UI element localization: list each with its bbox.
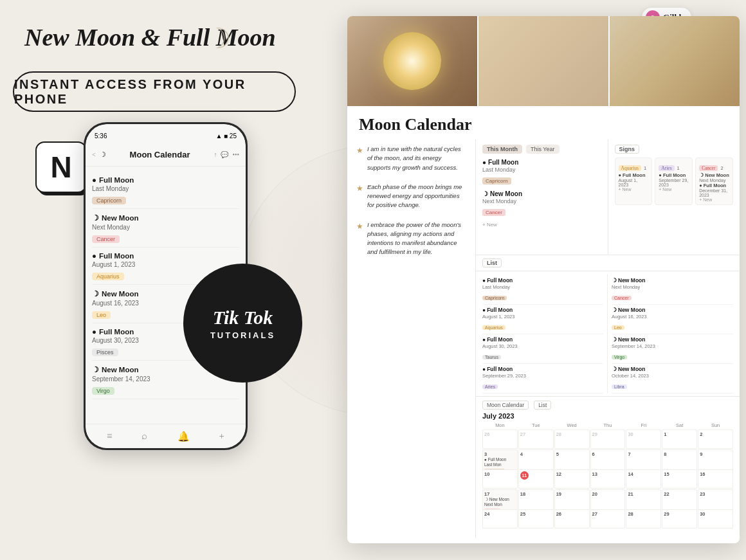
sign-new: + New: [699, 197, 729, 202]
cal-moon-calendar-tab[interactable]: Moon Calendar: [482, 401, 529, 410]
item-date: August 1, 2023: [482, 314, 603, 320]
cal-cell: 30: [626, 429, 661, 449]
section-tabs: This Month This Year: [482, 145, 601, 154]
phone-moon-icon: ☽: [100, 150, 106, 159]
item-date: September 29, 2023: [482, 373, 603, 379]
full-moon-icon: ●: [92, 328, 96, 336]
affirmation-text-2: Each phase of the moon brings me renewed…: [367, 183, 466, 210]
item-title: ☽ New Moon: [612, 336, 733, 343]
full-moon-icon: ●: [92, 176, 96, 184]
cal-row: 24 25 26 27 28 29 30: [482, 509, 733, 528]
cal-row: 26 27 28 29 30 1 2: [482, 429, 733, 449]
affirmations-column: ★ I am in tune with the natural cycles o…: [347, 140, 476, 538]
sign-moon-type: ● Full Moon: [659, 172, 689, 178]
cal-list-tab[interactable]: List: [534, 401, 551, 410]
calendar-content: ★ I am in tune with the natural cycles o…: [347, 140, 740, 538]
list-item: ☽ New Moon August 16, 2023 Leo: [612, 305, 733, 334]
moon-entry-date: Next Monday: [482, 198, 601, 204]
cal-cell: 24: [482, 509, 518, 528]
tiktok-circle: Tik Tok TUTORIALS: [183, 264, 302, 383]
item-title: ● Full Moon: [482, 277, 603, 284]
item-date: August 16, 2023: [612, 314, 733, 320]
sign-card-aquarius: Aquarius 1 ● Full Moon August 1, 2023 + …: [615, 158, 653, 205]
this-month-tab[interactable]: This Month: [482, 145, 522, 154]
new-label: + New: [482, 222, 601, 228]
access-badge: INSTANT ACCESS FROM YOUR PHONE: [13, 71, 296, 112]
full-moon-icon: ●: [92, 252, 96, 260]
cal-row: 17 ☽ New MoonNext Mon Cancer 18 19 20 21…: [482, 489, 733, 509]
add-icon[interactable]: +: [219, 431, 224, 442]
sign-badge: Cancer: [699, 165, 718, 171]
item-date: September 14, 2023: [612, 343, 733, 349]
item-title: ● Full Moon: [482, 336, 603, 343]
item-tag: Taurus: [482, 355, 501, 359]
cal-day-headers: Mon Tue Wed Thu Fri Sat Sun: [482, 422, 733, 428]
moon-entry-new: ☽ New Moon Next Monday Cancer: [482, 190, 601, 217]
day-header-fri: Fri: [626, 422, 661, 428]
day-header-sat: Sat: [662, 422, 697, 428]
cal-event-text: ● Full MoonLast Mon: [484, 457, 516, 467]
cal-cell: 27: [590, 509, 626, 528]
full-moon-icon: ●: [482, 307, 486, 313]
access-badge-text: INSTANT ACCESS FROM YOUR PHONE: [14, 77, 295, 107]
list-label: List: [482, 258, 502, 267]
cal-cell: 26: [554, 509, 590, 528]
phone-more-icon[interactable]: •••: [232, 151, 239, 158]
cal-cell: 29: [662, 509, 697, 528]
cal-cell: 11: [518, 469, 554, 489]
new-moon-icon: ☽: [482, 190, 488, 197]
star-icon: ★: [356, 146, 363, 172]
phone-status-bar: 5:36 ▲ ■ 25: [86, 124, 246, 143]
item-date: Last Monday: [92, 185, 239, 192]
list-item: ● Full Moon Last Monday Capricorn: [482, 275, 603, 305]
moon-entry-title: ☽ New Moon: [482, 190, 601, 197]
new-moon-icon: ☽: [612, 307, 617, 313]
sign-moon-type: ☽ New Moon: [699, 172, 729, 178]
sign-moon-type2: ● Full Moon: [699, 183, 729, 188]
list-item: ☽ New Moon September 14, 2023 Virgo: [612, 334, 733, 364]
affirmation-text-3: I embrace the power of the moon's phases…: [367, 221, 466, 257]
bell-icon[interactable]: 🔔: [177, 431, 190, 442]
list-column-2: ☽ New Moon Next Monday Cancer ☽ New Moon…: [608, 274, 737, 393]
phone-share-icon[interactable]: ↑: [214, 151, 217, 158]
item-title: ● Full Moon: [92, 176, 239, 184]
affirmation-3: ★ I embrace the power of the moon's phas…: [356, 221, 466, 257]
new-moon-icon: ☽: [92, 213, 99, 222]
phone-signal: ▲ ■ 25: [215, 132, 237, 140]
header-image-1: [347, 16, 477, 106]
calendar-grid-section: Moon Calendar List July 2023 Mon Tue Wed…: [476, 397, 740, 532]
item-tag: Virgo: [92, 387, 114, 395]
item-date: August 1, 2023: [92, 261, 239, 268]
signs-grid: Aquarius 1 ● Full Moon August 1, 2023 + …: [615, 158, 734, 205]
full-moon-icon: ●: [482, 277, 486, 284]
sign-moon-type: ● Full Moon: [619, 172, 649, 178]
affirmation-1: ★ I am in tune with the natural cycles o…: [356, 145, 466, 172]
list-item: ☽ New Moon Next Monday Cancer: [92, 209, 239, 248]
affirmation-2: ★ Each phase of the moon brings me renew…: [356, 183, 466, 210]
item-tag: Capricorn: [482, 296, 507, 300]
phone-back-icon[interactable]: <: [92, 151, 96, 158]
moon-decoration-icon: ☽: [206, 22, 231, 55]
cal-cell: 28: [554, 429, 590, 449]
phone-chat-icon[interactable]: 💬: [221, 151, 228, 158]
item-title: ☽ New Moon: [612, 277, 733, 284]
list-item: ☽ New Moon Next Monday Cancer: [612, 275, 733, 305]
full-moon-icon: ●: [482, 336, 486, 343]
calendar-title-area: Moon Calendar: [347, 106, 740, 140]
this-year-tab[interactable]: This Year: [526, 145, 560, 154]
new-moon-icon: ☽: [92, 365, 99, 374]
cal-cell: 14: [626, 469, 661, 489]
star-icon: ★: [356, 222, 363, 257]
list-item: ● Full Moon September 29, 2023 Aries: [482, 364, 603, 393]
list-item: ● Full Moon Last Monday Capricorn: [92, 172, 239, 209]
day-header-wed: Wed: [554, 422, 590, 428]
calendar-title: Moon Calendar: [359, 115, 728, 134]
signs-header: Signs: [615, 145, 734, 154]
main-data-column: This Month This Year ● Full Moon Last Mo…: [476, 140, 740, 538]
item-tag: Virgo: [612, 355, 627, 359]
affirmation-text-1: I am in tune with the natural cycles of …: [367, 145, 466, 172]
menu-icon[interactable]: ≡: [107, 431, 112, 442]
item-date: Next Monday: [92, 224, 239, 231]
day-header-thu: Thu: [590, 422, 626, 428]
search-icon[interactable]: ⌕: [141, 431, 147, 442]
